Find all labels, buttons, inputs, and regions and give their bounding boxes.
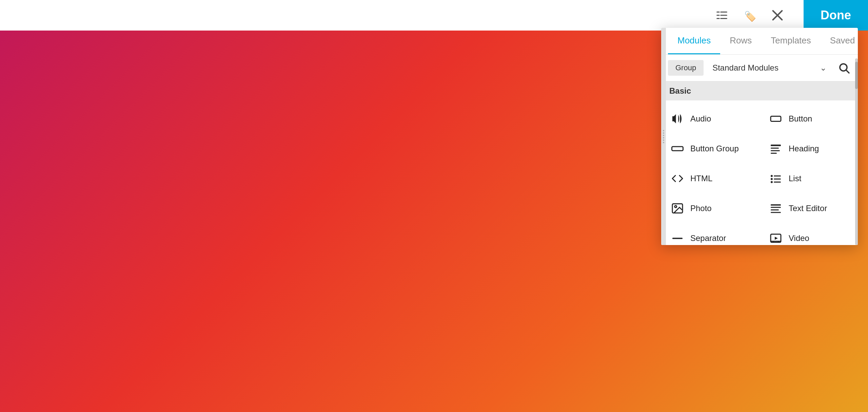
module-panel: Modules Rows Templates Saved Group Stand… [661, 28, 858, 245]
tab-templates[interactable]: Templates [761, 28, 821, 54]
module-item-heading[interactable]: Heading [760, 134, 858, 164]
svg-rect-18 [774, 175, 781, 176]
module-item-audio[interactable]: Audio [661, 104, 760, 134]
module-label: Separator [690, 233, 726, 243]
module-label: Button [789, 114, 812, 124]
svg-rect-20 [774, 179, 781, 180]
module-label: Audio [690, 114, 711, 124]
button-icon [769, 112, 783, 126]
dropdown-label: Standard Modules [712, 63, 778, 73]
svg-rect-27 [771, 209, 779, 210]
svg-rect-12 [672, 147, 683, 151]
module-label: List [789, 174, 801, 183]
panel-scrollbar[interactable] [855, 58, 858, 245]
module-item-text-editor[interactable]: Text Editor [760, 193, 858, 223]
module-item-list[interactable]: List [760, 164, 858, 193]
module-type-dropdown[interactable]: Standard Modules ⌄ [707, 60, 832, 76]
list-icon[interactable] [713, 7, 730, 24]
svg-rect-15 [771, 150, 780, 151]
module-item-button-group[interactable]: Button Group [661, 134, 760, 164]
html-icon [671, 172, 684, 185]
module-item-video[interactable]: Video [760, 223, 858, 245]
handle-dot [663, 135, 664, 136]
group-button[interactable]: Group [668, 60, 704, 76]
svg-point-17 [771, 175, 773, 177]
svg-rect-22 [774, 182, 781, 183]
topbar: 🏷️ Done [0, 0, 868, 31]
svg-rect-13 [771, 145, 781, 146]
module-item-button[interactable]: Button [760, 104, 858, 134]
section-header: Basic [661, 81, 858, 100]
toolbar-row: Group Standard Modules ⌄ [661, 55, 858, 81]
module-label: Video [789, 233, 809, 243]
svg-rect-11 [771, 116, 781, 121]
separator-icon [671, 231, 684, 245]
button-group-icon [671, 142, 684, 155]
module-label: Heading [789, 144, 819, 153]
module-grid: Audio Button Button Group [661, 100, 858, 245]
module-item-separator[interactable]: Separator [661, 223, 760, 245]
module-label: Text Editor [789, 204, 827, 213]
svg-rect-28 [771, 212, 781, 213]
heading-icon [769, 142, 783, 155]
handle-dot [663, 137, 664, 138]
tab-rows[interactable]: Rows [720, 28, 761, 54]
module-label: Photo [690, 204, 712, 213]
svg-rect-25 [771, 204, 781, 206]
svg-rect-16 [771, 153, 777, 154]
module-item-html[interactable]: HTML [661, 164, 760, 193]
svg-point-24 [675, 206, 677, 208]
svg-rect-29 [672, 238, 683, 239]
module-label: Button Group [690, 144, 739, 153]
handle-dot [663, 142, 664, 143]
tab-modules[interactable]: Modules [668, 28, 720, 54]
resize-handle[interactable] [661, 28, 666, 245]
svg-marker-34 [775, 237, 778, 240]
done-button[interactable]: Done [804, 0, 868, 31]
topbar-actions: 🏷️ Done [713, 0, 868, 31]
svg-point-21 [771, 181, 773, 183]
svg-rect-26 [771, 207, 781, 208]
text-editor-icon [769, 202, 783, 215]
list-icon [769, 172, 783, 185]
panel-tabs: Modules Rows Templates Saved [661, 28, 858, 55]
search-button[interactable] [835, 59, 852, 76]
tab-saved[interactable]: Saved [821, 28, 858, 54]
handle-dot [663, 132, 664, 134]
handle-dot [663, 139, 664, 141]
module-item-photo[interactable]: Photo [661, 193, 760, 223]
tag-icon[interactable]: 🏷️ [741, 7, 758, 24]
video-icon [769, 231, 783, 245]
close-icon[interactable] [769, 7, 786, 24]
svg-text:🏷️: 🏷️ [744, 11, 756, 22]
scrollbar-thumb[interactable] [855, 62, 858, 89]
photo-icon [671, 202, 684, 215]
svg-point-19 [771, 178, 773, 180]
audio-icon [671, 112, 684, 126]
module-label: HTML [690, 174, 712, 183]
chevron-down-icon: ⌄ [820, 63, 827, 73]
handle-dot [663, 130, 664, 131]
svg-line-10 [846, 70, 849, 73]
svg-rect-14 [771, 148, 779, 149]
